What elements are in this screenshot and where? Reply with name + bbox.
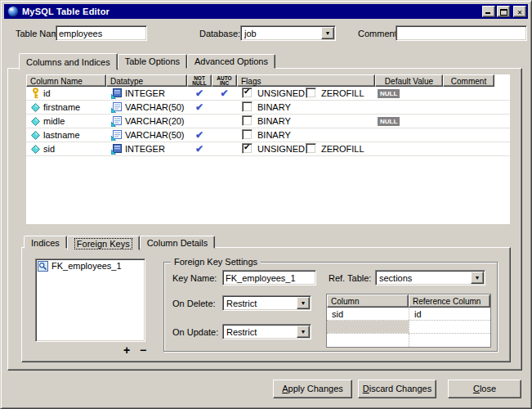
apply-changes-button[interactable]: Apply Changes — [273, 380, 352, 398]
column-icon — [31, 145, 40, 154]
discard-changes-button[interactable]: Discard Changes — [358, 380, 436, 398]
tab-column-details[interactable]: Column Details — [140, 236, 216, 249]
col-header-datatype[interactable]: Datatype — [106, 74, 187, 87]
col-header-comment[interactable]: Comment — [443, 74, 494, 87]
mapping-column-value[interactable] — [327, 321, 409, 333]
on-delete-dropdown[interactable]: Restrict ▼ — [222, 295, 311, 311]
col-header-auto-inc[interactable]: AUTO INC — [212, 74, 237, 87]
database-value: job — [244, 29, 320, 39]
flag-checkbox-zerofill[interactable] — [306, 143, 316, 154]
ref-table-dropdown-button[interactable]: ▼ — [471, 272, 484, 284]
table-row[interactable]: id INTEGER UNSIGNED ZEROFILL — [26, 87, 510, 101]
mapping-reference-value[interactable]: id — [409, 308, 490, 320]
mapping-reference-value[interactable] — [409, 334, 490, 347]
col-header-flags[interactable]: Flags — [237, 74, 375, 87]
close-icon: ✕ — [514, 7, 525, 16]
on-update-dropdown-button[interactable]: ▼ — [297, 326, 310, 338]
column-name: sid — [43, 144, 55, 154]
column-icon — [31, 131, 40, 140]
flag-checkbox-binary[interactable] — [242, 129, 253, 140]
column-name: lastname — [43, 130, 80, 140]
column-datatype: VARCHAR(50) — [125, 130, 185, 140]
database-dropdown[interactable]: job ▼ — [240, 25, 336, 41]
flag-label: BINARY — [257, 101, 291, 113]
minimize-button[interactable] — [482, 6, 495, 17]
flag-checkbox-zerofill[interactable] — [306, 88, 316, 98]
list-item[interactable]: FK_employees_1 — [36, 259, 145, 272]
close-dialog-button[interactable]: Close — [448, 380, 521, 398]
ref-table-label: Ref. Table: — [329, 272, 371, 284]
table-name-input[interactable] — [56, 25, 147, 41]
flag-checkbox-unsigned[interactable] — [242, 143, 253, 154]
column-datatype: INTEGER — [125, 144, 165, 154]
foreign-key-icon — [38, 261, 48, 272]
mapping-column-value[interactable]: sid — [327, 308, 409, 320]
chevron-down-icon: ▼ — [301, 300, 306, 306]
table-row[interactable]: lastname VARCHAR(50) BINARY — [26, 128, 510, 142]
columns-grid: Column Name Datatype NOT NULL AUTO INC F… — [26, 74, 510, 224]
flag-label: ZEROFILL — [321, 88, 364, 99]
on-delete-value: Restrict — [226, 299, 296, 309]
comment-input[interactable] — [396, 25, 527, 41]
primary-key-icon — [31, 88, 40, 99]
not-null-check[interactable] — [187, 88, 212, 99]
ref-table-value: sections — [379, 273, 470, 284]
ref-table-dropdown[interactable]: sections ▼ — [375, 270, 485, 285]
table-row[interactable]: sid INTEGER UNSIGNED ZEROFILL — [26, 142, 510, 156]
table-row[interactable]: firstname VARCHAR(50) BINARY — [26, 101, 510, 115]
col-header-column-name[interactable]: Column Name — [26, 74, 106, 87]
col-header-not-null[interactable]: NOT NULL — [187, 74, 212, 87]
not-null-check[interactable] — [187, 143, 212, 155]
column-datatype: VARCHAR(50) — [125, 102, 185, 112]
mapping-header-column[interactable]: Column — [327, 294, 409, 308]
not-null-check[interactable] — [187, 129, 212, 141]
default-value-null-badge: NULL — [378, 89, 400, 98]
col-header-default-value[interactable]: Default Value — [375, 74, 443, 87]
mapping-row[interactable] — [327, 334, 490, 347]
foreign-key-name: FK_employees_1 — [51, 261, 122, 271]
on-delete-dropdown-button[interactable]: ▼ — [297, 297, 310, 309]
tab-foreign-keys[interactable]: Foreign Keys — [67, 236, 140, 250]
table-row[interactable]: midle VARCHAR(20) BINARY NULL — [26, 115, 510, 128]
flag-checkbox-binary[interactable] — [242, 101, 253, 112]
integer-datatype-icon — [111, 144, 122, 155]
flag-checkbox-unsigned[interactable] — [242, 88, 253, 98]
key-name-input[interactable] — [222, 270, 316, 285]
close-button[interactable]: ✕ — [513, 6, 526, 17]
window-title: MySQL Table Editor — [22, 7, 110, 16]
mapping-reference-value[interactable] — [409, 321, 490, 333]
tab-columns-and-indices[interactable]: Columns and Indices — [19, 53, 118, 70]
mapping-header-reference-column[interactable]: Reference Column — [409, 294, 490, 308]
auto-inc-check[interactable] — [212, 88, 237, 99]
foreign-keys-page: FK_employees_1 + − Foreign Key Settings … — [21, 247, 511, 362]
key-name-label: Key Name: — [172, 272, 217, 284]
not-null-check[interactable] — [187, 101, 212, 113]
add-foreign-key-button[interactable]: + — [121, 344, 132, 357]
column-mapping-grid: Column Reference Column sid id — [326, 294, 491, 348]
chevron-down-icon: ▼ — [475, 275, 481, 281]
remove-foreign-key-button[interactable]: − — [137, 344, 149, 357]
tab-table-options[interactable]: Table Options — [118, 54, 187, 69]
database-label: Database: — [199, 28, 240, 39]
maximize-button[interactable] — [497, 6, 510, 17]
title-bar[interactable]: MySQL Table Editor ✕ — [4, 4, 528, 19]
columns-and-indices-page: Column Name Datatype NOT NULL AUTO INC F… — [7, 68, 522, 371]
integer-datatype-icon — [111, 88, 122, 99]
column-datatype: VARCHAR(20) — [125, 116, 185, 126]
varchar-datatype-icon — [111, 130, 122, 141]
varchar-datatype-icon — [111, 102, 122, 113]
on-update-dropdown[interactable]: Restrict ▼ — [222, 324, 311, 339]
column-icon — [31, 117, 40, 126]
on-update-label: On Update: — [172, 326, 218, 338]
mapping-row[interactable] — [327, 321, 490, 334]
tab-indices[interactable]: Indices — [24, 236, 67, 249]
foreign-key-list[interactable]: FK_employees_1 — [35, 258, 145, 342]
column-name: id — [43, 88, 51, 98]
tab-advanced-options[interactable]: Advanced Options — [187, 54, 275, 69]
mapping-column-value[interactable] — [327, 334, 409, 347]
mapping-row[interactable]: sid id — [327, 308, 490, 321]
database-dropdown-button[interactable]: ▼ — [321, 27, 334, 39]
flag-label: UNSIGNED — [257, 88, 305, 99]
foreign-key-settings-group: Foreign Key Settings Key Name: Ref. Tabl… — [163, 262, 498, 352]
flag-checkbox-binary[interactable] — [242, 115, 253, 126]
